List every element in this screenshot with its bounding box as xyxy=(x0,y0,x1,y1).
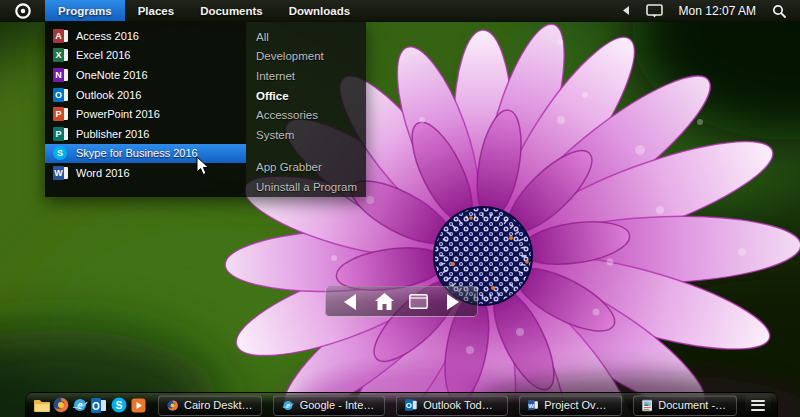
category-separator xyxy=(246,145,366,158)
cairo-logo-icon xyxy=(14,2,32,20)
taskbar: e O S xyxy=(25,392,778,417)
taskbar-window-cairo-desktop[interactable]: Cairo Desktop... xyxy=(158,395,262,416)
clock[interactable]: Mon 12:07 AM xyxy=(679,4,756,18)
taskbar-window-project-overview[interactable]: W Project Overvie... xyxy=(519,395,622,416)
programs-category-list: All Development Internet Office Accessor… xyxy=(246,22,366,197)
svg-text:e: e xyxy=(286,400,290,410)
menu-places[interactable]: Places xyxy=(125,0,187,21)
svg-text:O: O xyxy=(93,400,101,411)
svg-text:W: W xyxy=(528,402,534,409)
outlook-icon: O xyxy=(53,88,68,102)
taskbar-window-buttons: Cairo Desktop... e Google - Intern... O … xyxy=(158,395,737,416)
category-office[interactable]: Office xyxy=(246,86,366,106)
internet-explorer-icon[interactable]: e xyxy=(71,393,90,417)
onenote-icon: N xyxy=(53,68,68,82)
action-uninstall-a-program[interactable]: Uninstall a Program xyxy=(246,177,366,197)
desktop: Programs Places Documents Downloads Mon … xyxy=(0,0,800,417)
menu-downloads[interactable]: Downloads xyxy=(276,0,363,21)
app-item-onenote[interactable]: N OneNote 2016 xyxy=(45,65,246,85)
outlook-icon: O xyxy=(405,399,418,411)
display-icon[interactable] xyxy=(646,4,663,18)
powerpoint-icon: P xyxy=(53,107,68,121)
word-icon: W xyxy=(53,166,68,180)
menu-bar-right: Mon 12:07 AM xyxy=(623,0,800,21)
action-app-grabber[interactable]: App Grabber xyxy=(246,158,366,178)
menu-bar-spacer xyxy=(363,0,623,21)
category-internet[interactable]: Internet xyxy=(246,66,366,86)
taskbar-window-google[interactable]: e Google - Intern... xyxy=(273,395,385,416)
media-player-icon[interactable] xyxy=(128,393,147,417)
app-item-powerpoint[interactable]: P PowerPoint 2016 xyxy=(45,104,246,124)
svg-text:O: O xyxy=(406,401,412,410)
app-item-skype-for-business[interactable]: S Skype for Business 2016 xyxy=(45,144,246,164)
publisher-icon: P xyxy=(53,127,68,141)
mouse-cursor xyxy=(196,156,210,176)
internet-explorer-icon: e xyxy=(282,399,294,412)
search-icon[interactable] xyxy=(772,4,786,18)
firefox-icon xyxy=(167,399,178,412)
word-icon: W xyxy=(528,399,539,411)
firefox-icon[interactable] xyxy=(51,393,70,417)
outlook-icon[interactable]: O xyxy=(90,393,109,417)
menu-documents[interactable]: Documents xyxy=(187,0,276,21)
taskbar-menu-button[interactable] xyxy=(745,395,771,416)
back-arrow-button[interactable] xyxy=(338,289,364,315)
hamburger-icon xyxy=(751,400,765,402)
wordpad-icon xyxy=(642,399,653,412)
home-button[interactable] xyxy=(372,289,398,315)
forward-arrow-button[interactable] xyxy=(439,289,465,315)
taskbar-window-outlook-today[interactable]: O Outlook Today... xyxy=(396,395,508,416)
skype-icon[interactable]: S xyxy=(109,393,128,417)
folder-button[interactable] xyxy=(405,289,431,315)
skype-for-business-icon: S xyxy=(53,146,68,160)
taskbar-window-document[interactable]: Document - W... xyxy=(633,395,737,416)
category-accessories[interactable]: Accessories xyxy=(246,105,366,125)
menu-bar: Programs Places Documents Downloads Mon … xyxy=(0,0,800,22)
category-development[interactable]: Development xyxy=(246,47,366,67)
access-icon: A xyxy=(53,29,68,43)
app-item-excel[interactable]: X Excel 2016 xyxy=(45,46,246,66)
app-item-word[interactable]: W Word 2016 xyxy=(45,163,246,183)
excel-icon: X xyxy=(53,48,68,62)
programs-app-list: A Access 2016 X Excel 2016 N OneNote 201… xyxy=(45,22,246,197)
cairo-menu-button[interactable] xyxy=(0,0,45,21)
category-system[interactable]: System xyxy=(246,125,366,145)
svg-text:S: S xyxy=(115,399,122,411)
app-item-publisher[interactable]: P Publisher 2016 xyxy=(45,124,246,144)
file-explorer-icon[interactable] xyxy=(32,393,51,417)
collapse-arrow-icon[interactable] xyxy=(623,6,630,15)
app-item-outlook[interactable]: O Outlook 2016 xyxy=(45,85,246,105)
app-item-access[interactable]: A Access 2016 xyxy=(45,26,246,46)
category-all[interactable]: All xyxy=(246,27,366,47)
svg-text:e: e xyxy=(78,398,84,412)
desktop-nav-toolbar xyxy=(325,286,478,317)
menu-programs[interactable]: Programs xyxy=(45,0,125,21)
